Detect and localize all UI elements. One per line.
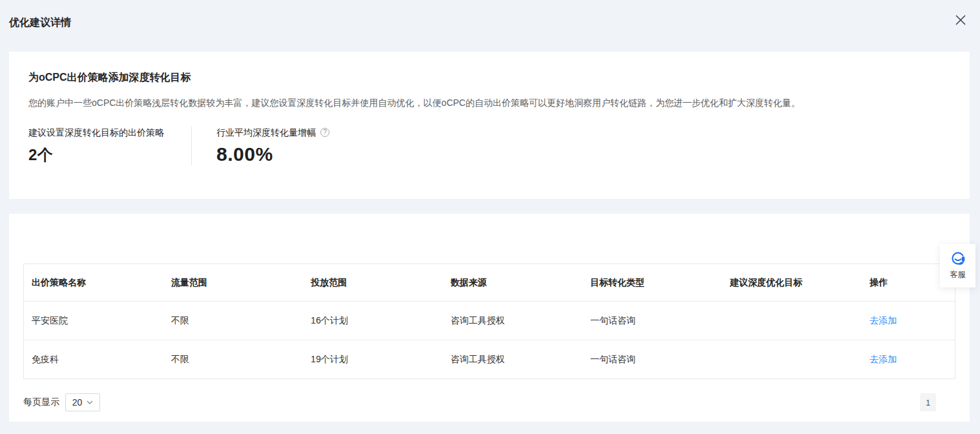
cell-traffic-range: 不限 — [163, 302, 303, 340]
suggestion-description: 您的账户中一些oCPC出价策略浅层转化数据较为丰富，建议您设置深度转化目标并使用… — [28, 96, 950, 109]
close-icon — [954, 13, 968, 30]
stat-strategy-count: 建议设置深度转化目标的出价策略 2个 — [28, 125, 191, 165]
cell-data-source: 咨询工具授权 — [443, 302, 582, 340]
stat-industry-lift-value: 8.00% — [216, 143, 329, 165]
page-title: 优化建议详情 — [9, 16, 971, 28]
chevron-down-icon — [87, 400, 93, 404]
cell-suggested-deep-target — [722, 340, 862, 379]
table-row: 免疫科 不限 19个计划 咨询工具授权 一句话咨询 去添加 — [24, 340, 955, 379]
cell-delivery-range: 19个计划 — [303, 340, 443, 379]
headset-icon — [950, 251, 966, 267]
stat-strategy-count-value: 2个 — [28, 145, 191, 165]
suggestion-title: 为oCPC出价策略添加深度转化目标 — [28, 70, 950, 85]
stat-industry-lift: 行业平均深度转化量增幅 ? 8.00% — [192, 125, 329, 165]
cell-suggested-deep-target — [722, 302, 862, 340]
col-suggested-deep-target: 建议深度优化目标 — [722, 264, 862, 302]
close-button[interactable] — [954, 14, 968, 28]
dialog-header: 优化建议详情 — [0, 0, 980, 52]
col-strategy-name: 出价策略名称 — [24, 264, 163, 302]
go-add-link[interactable]: 去添加 — [870, 354, 897, 364]
cell-target-conv-type: 一句话咨询 — [583, 340, 722, 379]
per-page-control: 每页显示 20 — [23, 393, 100, 411]
cell-data-source: 咨询工具授权 — [443, 340, 582, 379]
per-page-select[interactable]: 20 — [65, 393, 100, 411]
cell-strategy-name: 平安医院 — [24, 302, 163, 340]
help-icon[interactable]: ? — [320, 128, 329, 137]
suggestion-card: 为oCPC出价策略添加深度转化目标 您的账户中一些oCPC出价策略浅层转化数据较… — [9, 52, 970, 199]
cell-delivery-range: 16个计划 — [303, 302, 443, 340]
col-data-source: 数据来源 — [443, 264, 582, 302]
col-traffic-range: 流量范围 — [163, 264, 303, 302]
stat-industry-lift-label: 行业平均深度转化量增幅 ? — [216, 126, 329, 139]
per-page-label: 每页显示 — [23, 397, 59, 408]
customer-service-widget[interactable]: 客服 — [940, 244, 975, 287]
col-delivery-range: 投放范围 — [303, 264, 443, 302]
cell-target-conv-type: 一句话咨询 — [583, 302, 722, 340]
cell-strategy-name: 免疫科 — [24, 340, 163, 379]
stats-row: 建议设置深度转化目标的出价策略 2个 行业平均深度转化量增幅 ? 8.00% — [28, 125, 950, 165]
strategy-table-card: 出价策略名称 流量范围 投放范围 数据来源 目标转化类型 建议深度优化目标 操作… — [9, 214, 970, 422]
table-row: 平安医院 不限 16个计划 咨询工具授权 一句话咨询 去添加 — [24, 302, 955, 340]
cell-traffic-range: 不限 — [163, 340, 303, 379]
page-number-button[interactable]: 1 — [920, 393, 936, 411]
strategy-table: 出价策略名称 流量范围 投放范围 数据来源 目标转化类型 建议深度优化目标 操作… — [23, 264, 955, 379]
customer-service-label: 客服 — [950, 269, 966, 280]
go-add-link[interactable]: 去添加 — [870, 315, 897, 326]
stat-strategy-count-label: 建议设置深度转化目标的出价策略 — [28, 126, 191, 139]
stat-industry-lift-label-text: 行业平均深度转化量增幅 — [216, 126, 316, 139]
table-header-row: 出价策略名称 流量范围 投放范围 数据来源 目标转化类型 建议深度优化目标 操作 — [24, 264, 955, 302]
col-target-conv-type: 目标转化类型 — [583, 264, 722, 302]
pagination: 每页显示 20 1 — [23, 393, 955, 411]
per-page-value: 20 — [72, 397, 83, 408]
